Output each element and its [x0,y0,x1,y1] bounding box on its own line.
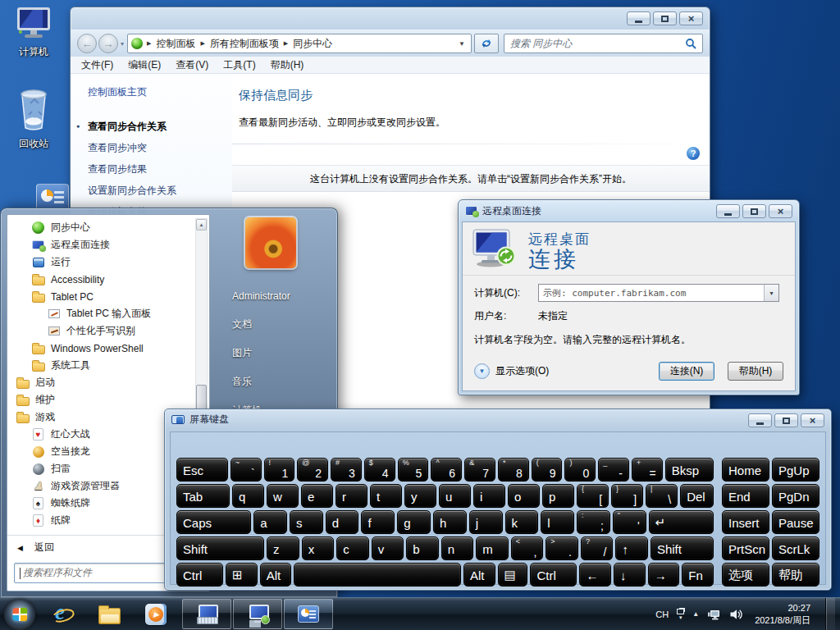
start-menu-item[interactable]: 运行 [9,253,209,271]
show-options-chevron-icon[interactable]: ▼ [474,363,490,379]
desktop-icon-recycle-bin[interactable]: 回收站 [5,87,62,151]
keyboard-key[interactable]: z [267,536,299,560]
keyboard-key[interactable]: ? / [581,536,614,560]
maximize-button[interactable] [742,204,766,218]
keyboard-key[interactable]: t [370,484,402,508]
keyboard-key[interactable]: m [476,536,509,560]
help-button[interactable]: 帮助(H) [728,362,783,381]
keyboard-key[interactable]: ← [579,563,611,587]
sidebar-task-link[interactable]: 查看同步冲突 [88,137,232,158]
keyboard-key[interactable]: w [267,484,299,508]
keyboard-key[interactable]: # 3 [331,458,362,482]
maximize-button[interactable] [774,413,798,427]
keyboard-key[interactable]: & 7 [464,458,495,482]
keyboard-key[interactable]: ScrLk [772,536,819,560]
start-menu-item[interactable]: Accessibility [9,271,209,288]
keyboard-key[interactable]: { [ [577,484,609,508]
keyboard-key[interactable]: Caps [176,510,251,534]
keyboard-key[interactable]: ⊞ [226,563,258,587]
start-menu-item[interactable]: 维护 [9,391,209,409]
title-bar[interactable]: × [71,7,710,30]
keyboard-key[interactable]: Pause [772,510,819,534]
connect-button[interactable]: 连接(N) [659,362,714,381]
keyboard-key[interactable]: f [361,510,395,534]
keyboard-key[interactable]: h [433,510,467,534]
keyboard-key[interactable]: Fn [682,563,714,587]
keyboard-key[interactable]: " ' [613,510,646,534]
keyboard-key[interactable]: + = [632,458,663,482]
start-menu-item[interactable]: 同步中心 [9,219,209,236]
sidebar-task-link[interactable]: 设置新同步合作关系 [88,180,232,201]
keyboard-key[interactable]: | \ [646,484,678,508]
keyboard-key[interactable]: Alt [463,563,495,587]
sidebar-item-control-panel-home[interactable]: 控制面板主页 [88,85,232,99]
taskbar-app-button[interactable] [182,599,231,629]
keyboard-key[interactable]: ↓ [614,563,646,587]
user-avatar[interactable] [245,217,296,268]
search-icon[interactable] [685,38,696,49]
keyboard-key[interactable]: i [473,484,505,508]
minimize-button[interactable] [716,204,740,218]
taskbar-pinned-button[interactable] [143,601,169,628]
keyboard-key[interactable]: PrtScn [722,536,769,560]
keyboard-key[interactable]: r [336,484,368,508]
keyboard-key[interactable]: } ] [611,484,643,508]
breadcrumb-item[interactable]: 所有控制面板项 [210,37,279,51]
keyboard-key[interactable]: @ 2 [297,458,328,482]
keyboard-key[interactable]: Shift [176,536,264,560]
keyboard-key[interactable]: b [406,536,439,560]
keyboard-key[interactable]: Home [722,458,769,482]
keyboard-key[interactable]: ↑ [615,536,648,560]
keyboard-key[interactable]: > . [546,536,578,560]
minimize-button[interactable] [627,11,651,25]
minimize-button[interactable] [748,413,772,427]
sidebar-task-link[interactable]: 查看同步结果 [88,158,232,180]
taskbar-pinned-button[interactable] [49,601,75,628]
address-dropdown-icon[interactable]: ▼ [456,40,468,48]
desktop-icon-computer[interactable]: 计算机 [5,7,62,59]
keyboard-key[interactable]: Tab [176,484,230,508]
volume-icon[interactable] [729,608,743,621]
keyboard-key[interactable]: PgUp [772,458,819,482]
combobox-dropdown-icon[interactable]: ▼ [764,285,778,301]
sidebar-task-link[interactable]: 查看同步合作关系 [88,116,232,137]
start-menu-item[interactable]: 个性化手写识别 [9,322,209,340]
menu-item[interactable]: 编辑(E) [121,57,168,74]
keyboard-key[interactable]: Esc [176,458,228,482]
search-input[interactable]: 搜索 同步中心 [504,34,703,53]
taskbar-app-button[interactable] [233,599,282,629]
close-button[interactable]: × [769,204,792,218]
close-button[interactable]: × [679,11,703,25]
start-menu-item[interactable]: 启动 [9,374,209,391]
taskbar-pinned-button[interactable] [96,601,122,628]
keyboard-key[interactable]: Bksp [665,458,714,482]
keyboard-key[interactable]: x [302,536,335,560]
menu-item[interactable]: 查看(V) [168,57,216,74]
start-menu-right-link[interactable]: 音乐 [232,368,331,396]
history-dropdown-icon[interactable]: ▾ [121,40,124,48]
keyboard-key[interactable]: % 5 [398,458,429,482]
keyboard-key[interactable]: Del [680,484,714,508]
start-menu-right-link[interactable]: 文档 [232,310,331,339]
keyboard-key[interactable]: _ - [598,458,629,482]
keyboard-key[interactable]: End [722,484,769,508]
keyboard-key[interactable]: l [541,510,574,534]
network-icon[interactable] [707,608,721,621]
breadcrumb-item[interactable]: 同步中心 [293,37,332,51]
keyboard-key[interactable]: g [397,510,431,534]
keyboard-key[interactable]: 帮助 [772,563,819,587]
computer-combobox[interactable]: 示例: computer.fabrikam.com ▼ [538,284,779,302]
keyboard-key[interactable]: e [301,484,333,508]
address-bar[interactable]: ▶ 控制面板 ▶ 所有控制面板项 ▶ 同步中心 ▼ [127,34,472,53]
taskbar-clock[interactable]: 20:27 2021/8/8/周日 [751,602,810,627]
keyboard-key[interactable] [294,563,461,587]
menu-item[interactable]: 工具(T) [216,57,262,74]
keyboard-key[interactable]: k [505,510,539,534]
keyboard-key[interactable]: PgDn [772,484,819,508]
show-hidden-icons-button[interactable]: ▲ [692,610,699,618]
keyboard-key[interactable]: c [336,536,369,560]
keyboard-key[interactable]: v [372,536,404,560]
keyboard-key[interactable]: ! 1 [264,458,295,482]
show-options-link[interactable]: 显示选项(O) [495,364,549,378]
language-bar-options[interactable]: ▼ [677,609,684,620]
